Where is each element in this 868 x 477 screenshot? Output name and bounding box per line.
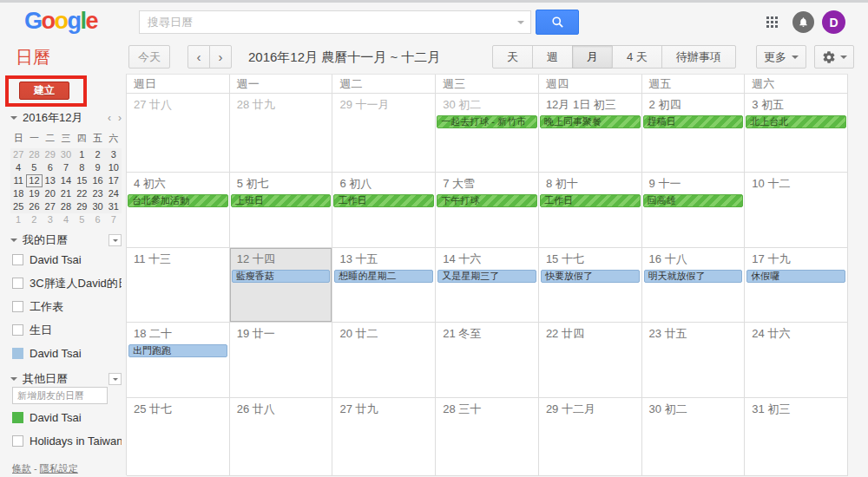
mini-calendar-header[interactable]: 2016年12月 ‹ ›: [10, 110, 122, 126]
day-cell[interactable]: 28 三十: [436, 398, 539, 476]
mini-day[interactable]: 26: [26, 200, 42, 213]
mini-day[interactable]: 23: [89, 187, 105, 200]
mini-day[interactable]: 13: [43, 174, 58, 187]
day-cell[interactable]: 19 廿一: [230, 323, 333, 398]
mini-day[interactable]: 2: [89, 148, 105, 161]
event[interactable]: 想睡的星期二: [334, 270, 433, 283]
account-avatar[interactable]: D: [822, 10, 845, 34]
calendar-color-checkbox[interactable]: [12, 348, 23, 359]
mini-day[interactable]: 5: [74, 213, 89, 226]
mini-day[interactable]: 21: [58, 187, 74, 200]
my-calendars-menu-button[interactable]: [108, 234, 122, 246]
my-calendar-item-0[interactable]: David Tsai: [12, 248, 122, 271]
calendar-color-checkbox[interactable]: [12, 435, 23, 447]
mini-day[interactable]: 24: [106, 187, 122, 200]
my-calendars-header[interactable]: 我的日曆: [10, 232, 122, 248]
mini-day[interactable]: 16: [89, 174, 105, 187]
other-calendars-header[interactable]: 其他日曆: [10, 371, 122, 387]
mini-day[interactable]: 15: [74, 174, 89, 187]
day-cell[interactable]: 23 廿五: [642, 323, 746, 398]
day-cell[interactable]: 28 廿九: [230, 94, 333, 173]
mini-day[interactable]: 29: [74, 200, 89, 213]
privacy-link[interactable]: 隱私設定: [40, 463, 78, 474]
calendar-color-checkbox[interactable]: [12, 412, 23, 423]
day-cell[interactable]: 9 十一回高雄: [642, 173, 746, 248]
mini-day[interactable]: 19: [26, 187, 42, 200]
day-cell[interactable]: 6 初八工作日: [332, 173, 436, 248]
day-cell[interactable]: 16 十八明天就放假了: [642, 248, 746, 323]
event[interactable]: 藍瘦香菇: [232, 270, 331, 283]
day-cell[interactable]: 7 大雪下午打球: [436, 173, 539, 248]
mini-day[interactable]: 18: [10, 187, 26, 200]
apps-grid-icon[interactable]: [766, 16, 778, 28]
day-cell[interactable]: 11 十三: [127, 248, 230, 323]
notifications-bell-icon[interactable]: [792, 11, 814, 33]
other-calendars-menu-button[interactable]: [108, 373, 122, 385]
mini-day[interactable]: 17: [106, 174, 122, 187]
day-cell[interactable]: 22 廿四: [539, 323, 642, 398]
day-cell[interactable]: 20 廿二: [332, 323, 436, 398]
add-friend-calendar-input[interactable]: [12, 387, 108, 404]
event[interactable]: 明天就放假了: [644, 270, 743, 283]
day-cell[interactable]: 27 廿九: [332, 398, 436, 476]
search-input[interactable]: [139, 10, 531, 34]
event[interactable]: 下午打球: [437, 194, 537, 207]
day-cell[interactable]: 8 初十工作日: [539, 173, 642, 248]
mini-day[interactable]: 28: [58, 200, 74, 213]
day-cell[interactable]: 2 初四趕稿日: [642, 94, 746, 173]
mini-day[interactable]: 6: [43, 161, 58, 174]
mini-day[interactable]: 9: [89, 161, 105, 174]
day-cell[interactable]: 29 十二月: [539, 398, 642, 476]
create-button[interactable]: 建立: [19, 82, 69, 100]
calendar-color-checkbox[interactable]: [12, 278, 23, 289]
mini-day[interactable]: 1: [74, 148, 89, 161]
mini-day[interactable]: 27: [10, 148, 26, 161]
mini-day[interactable]: 7: [58, 161, 74, 174]
my-calendar-item-4[interactable]: David Tsai: [12, 342, 122, 365]
day-cell[interactable]: 30 初二: [642, 398, 746, 476]
day-cell-today[interactable]: 12 十四藍瘦香菇: [230, 248, 333, 323]
my-calendar-item-3[interactable]: 生日: [12, 318, 122, 342]
calendar-color-checkbox[interactable]: [12, 324, 23, 336]
calendar-color-checkbox[interactable]: [12, 301, 23, 312]
day-cell[interactable]: 30 初二一起去打球 - 新竹市: [436, 94, 539, 173]
event[interactable]: 北上台北: [746, 115, 846, 128]
day-cell[interactable]: 25 廿七: [127, 398, 230, 476]
day-cell[interactable]: 12月 1日 初三晚上同事聚餐: [539, 94, 642, 173]
mini-day[interactable]: 29: [43, 148, 58, 161]
calendar-color-checkbox[interactable]: [12, 254, 23, 265]
day-cell[interactable]: 27 廿八: [127, 94, 230, 173]
mini-day[interactable]: 2: [26, 213, 42, 226]
day-cell[interactable]: 29 十一月: [332, 94, 436, 173]
mini-day[interactable]: 30: [89, 200, 105, 213]
event[interactable]: 快要放假了: [541, 270, 640, 283]
event[interactable]: 趕稿日: [643, 115, 744, 128]
view-button-4[interactable]: 待辦事項: [661, 45, 736, 69]
mini-day[interactable]: 31: [106, 200, 122, 213]
event[interactable]: 又是星期三了: [437, 270, 536, 283]
day-cell[interactable]: 10 十二: [745, 173, 848, 248]
view-button-3[interactable]: 4 天: [612, 45, 662, 69]
mini-day[interactable]: 3: [106, 148, 122, 161]
day-cell[interactable]: 21 冬至: [436, 323, 539, 398]
mini-day[interactable]: 27: [43, 200, 58, 213]
day-cell[interactable]: 15 十七快要放假了: [539, 248, 642, 323]
settings-button[interactable]: [814, 45, 854, 69]
event[interactable]: 上班日: [231, 194, 332, 207]
mini-day[interactable]: 7: [106, 213, 122, 226]
day-cell[interactable]: 31 初三: [745, 398, 848, 476]
event[interactable]: 工作日: [333, 194, 434, 207]
event[interactable]: 台北參加活動: [128, 194, 228, 207]
mini-day[interactable]: 4: [58, 213, 74, 226]
view-button-1[interactable]: 週: [532, 45, 573, 69]
my-calendar-item-1[interactable]: 3C胖達人David的日曆: [12, 271, 122, 295]
mini-day[interactable]: 11: [10, 174, 26, 187]
day-cell[interactable]: 3 初五北上台北: [745, 94, 848, 173]
day-cell[interactable]: 18 二十出門跑跑: [127, 323, 230, 398]
mini-day[interactable]: 20: [43, 187, 58, 200]
mini-day[interactable]: 14: [58, 174, 74, 187]
mini-day[interactable]: 28: [26, 148, 42, 161]
mini-day[interactable]: 25: [10, 200, 26, 213]
mini-day[interactable]: 3: [43, 213, 58, 226]
search-options-caret-icon[interactable]: [517, 21, 524, 24]
